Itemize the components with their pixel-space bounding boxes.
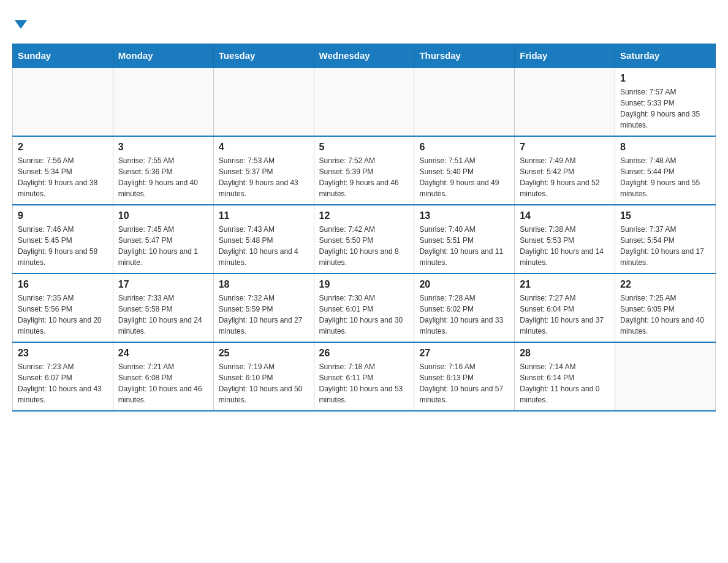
- day-info: Sunrise: 7:48 AM Sunset: 5:44 PM Dayligh…: [620, 155, 710, 199]
- calendar-cell: 5Sunrise: 7:52 AM Sunset: 5:39 PM Daylig…: [314, 136, 414, 205]
- weekday-header-friday: Friday: [515, 44, 615, 68]
- calendar-cell: 12Sunrise: 7:42 AM Sunset: 5:50 PM Dayli…: [314, 205, 414, 274]
- day-number: 19: [319, 279, 409, 290]
- day-info: Sunrise: 7:49 AM Sunset: 5:42 PM Dayligh…: [520, 155, 610, 199]
- calendar-cell: 9Sunrise: 7:46 AM Sunset: 5:45 PM Daylig…: [13, 205, 113, 274]
- day-number: 25: [219, 348, 309, 359]
- day-number: 17: [118, 279, 208, 290]
- calendar-cell: [213, 67, 314, 136]
- calendar-cell: 7Sunrise: 7:49 AM Sunset: 5:42 PM Daylig…: [515, 136, 615, 205]
- calendar-cell: [515, 67, 615, 136]
- calendar-cell: 11Sunrise: 7:43 AM Sunset: 5:48 PM Dayli…: [213, 205, 314, 274]
- calendar-cell: 13Sunrise: 7:40 AM Sunset: 5:51 PM Dayli…: [414, 205, 515, 274]
- day-number: 16: [18, 279, 108, 290]
- calendar-cell: 8Sunrise: 7:48 AM Sunset: 5:44 PM Daylig…: [615, 136, 716, 205]
- calendar-week-row: 9Sunrise: 7:46 AM Sunset: 5:45 PM Daylig…: [13, 205, 716, 274]
- day-number: 20: [419, 279, 509, 290]
- day-info: Sunrise: 7:51 AM Sunset: 5:40 PM Dayligh…: [419, 155, 509, 199]
- calendar-cell: 19Sunrise: 7:30 AM Sunset: 6:01 PM Dayli…: [314, 274, 414, 342]
- day-number: 5: [319, 142, 409, 153]
- day-info: Sunrise: 7:16 AM Sunset: 6:13 PM Dayligh…: [419, 361, 509, 405]
- day-number: 2: [18, 142, 108, 153]
- day-info: Sunrise: 7:43 AM Sunset: 5:48 PM Dayligh…: [219, 224, 309, 268]
- day-number: 15: [620, 210, 710, 221]
- day-info: Sunrise: 7:46 AM Sunset: 5:45 PM Dayligh…: [18, 224, 108, 268]
- day-info: Sunrise: 7:30 AM Sunset: 6:01 PM Dayligh…: [319, 293, 409, 337]
- weekday-header-thursday: Thursday: [414, 44, 515, 68]
- day-info: Sunrise: 7:25 AM Sunset: 6:05 PM Dayligh…: [620, 293, 710, 337]
- logo-top: [12, 12, 27, 31]
- calendar-cell: 21Sunrise: 7:27 AM Sunset: 6:04 PM Dayli…: [515, 274, 615, 342]
- calendar-cell: 10Sunrise: 7:45 AM Sunset: 5:47 PM Dayli…: [113, 205, 213, 274]
- calendar-cell: [314, 67, 414, 136]
- day-info: Sunrise: 7:52 AM Sunset: 5:39 PM Dayligh…: [319, 155, 409, 199]
- calendar-table: SundayMondayTuesdayWednesdayThursdayFrid…: [12, 44, 716, 412]
- calendar-cell: [414, 67, 515, 136]
- day-number: 6: [419, 142, 509, 153]
- calendar-cell: 23Sunrise: 7:23 AM Sunset: 6:07 PM Dayli…: [13, 342, 113, 411]
- logo-triangle-icon: [15, 20, 27, 29]
- calendar-cell: 14Sunrise: 7:38 AM Sunset: 5:53 PM Dayli…: [515, 205, 615, 274]
- day-info: Sunrise: 7:35 AM Sunset: 5:56 PM Dayligh…: [18, 293, 108, 337]
- day-number: 13: [419, 210, 509, 221]
- calendar-week-row: 16Sunrise: 7:35 AM Sunset: 5:56 PM Dayli…: [13, 274, 716, 342]
- day-info: Sunrise: 7:57 AM Sunset: 5:33 PM Dayligh…: [620, 86, 710, 131]
- calendar-cell: 15Sunrise: 7:37 AM Sunset: 5:54 PM Dayli…: [615, 205, 716, 274]
- day-number: 26: [319, 348, 409, 359]
- calendar-week-row: 1Sunrise: 7:57 AM Sunset: 5:33 PM Daylig…: [13, 67, 716, 136]
- calendar-cell: [113, 67, 213, 136]
- day-number: 21: [520, 279, 610, 290]
- calendar-cell: 3Sunrise: 7:55 AM Sunset: 5:36 PM Daylig…: [113, 136, 213, 205]
- day-number: 4: [219, 142, 309, 153]
- calendar-cell: [13, 67, 113, 136]
- calendar-cell: 17Sunrise: 7:33 AM Sunset: 5:58 PM Dayli…: [113, 274, 213, 342]
- logo: [12, 12, 27, 31]
- day-number: 22: [620, 279, 710, 290]
- day-info: Sunrise: 7:37 AM Sunset: 5:54 PM Dayligh…: [620, 224, 710, 268]
- weekday-header-saturday: Saturday: [615, 44, 716, 68]
- day-number: 11: [219, 210, 309, 221]
- calendar-cell: 6Sunrise: 7:51 AM Sunset: 5:40 PM Daylig…: [414, 136, 515, 205]
- day-info: Sunrise: 7:53 AM Sunset: 5:37 PM Dayligh…: [219, 155, 309, 199]
- calendar-cell: 18Sunrise: 7:32 AM Sunset: 5:59 PM Dayli…: [213, 274, 314, 342]
- day-number: 9: [18, 210, 108, 221]
- weekday-header-monday: Monday: [113, 44, 213, 68]
- calendar-cell: 4Sunrise: 7:53 AM Sunset: 5:37 PM Daylig…: [213, 136, 314, 205]
- calendar-cell: 25Sunrise: 7:19 AM Sunset: 6:10 PM Dayli…: [213, 342, 314, 411]
- calendar-cell: 1Sunrise: 7:57 AM Sunset: 5:33 PM Daylig…: [615, 67, 716, 136]
- day-info: Sunrise: 7:42 AM Sunset: 5:50 PM Dayligh…: [319, 224, 409, 268]
- day-info: Sunrise: 7:45 AM Sunset: 5:47 PM Dayligh…: [118, 224, 208, 268]
- day-info: Sunrise: 7:27 AM Sunset: 6:04 PM Dayligh…: [520, 293, 610, 337]
- day-number: 1: [620, 73, 710, 84]
- day-number: 14: [520, 210, 610, 221]
- day-info: Sunrise: 7:19 AM Sunset: 6:10 PM Dayligh…: [219, 361, 309, 405]
- page-header: [12, 12, 716, 31]
- day-number: 24: [118, 348, 208, 359]
- weekday-header-sunday: Sunday: [13, 44, 113, 68]
- calendar-week-row: 2Sunrise: 7:56 AM Sunset: 5:34 PM Daylig…: [13, 136, 716, 205]
- weekday-header-wednesday: Wednesday: [314, 44, 414, 68]
- calendar-cell: 22Sunrise: 7:25 AM Sunset: 6:05 PM Dayli…: [615, 274, 716, 342]
- weekday-header-row: SundayMondayTuesdayWednesdayThursdayFrid…: [13, 44, 716, 68]
- calendar-cell: 26Sunrise: 7:18 AM Sunset: 6:11 PM Dayli…: [314, 342, 414, 411]
- day-number: 3: [118, 142, 208, 153]
- day-info: Sunrise: 7:14 AM Sunset: 6:14 PM Dayligh…: [520, 361, 610, 405]
- day-number: 10: [118, 210, 208, 221]
- day-number: 28: [520, 348, 610, 359]
- calendar-cell: 2Sunrise: 7:56 AM Sunset: 5:34 PM Daylig…: [13, 136, 113, 205]
- calendar-cell: 24Sunrise: 7:21 AM Sunset: 6:08 PM Dayli…: [113, 342, 213, 411]
- day-info: Sunrise: 7:32 AM Sunset: 5:59 PM Dayligh…: [219, 293, 309, 337]
- day-info: Sunrise: 7:40 AM Sunset: 5:51 PM Dayligh…: [419, 224, 509, 268]
- calendar-cell: 27Sunrise: 7:16 AM Sunset: 6:13 PM Dayli…: [414, 342, 515, 411]
- calendar-cell: 16Sunrise: 7:35 AM Sunset: 5:56 PM Dayli…: [13, 274, 113, 342]
- day-info: Sunrise: 7:23 AM Sunset: 6:07 PM Dayligh…: [18, 361, 108, 405]
- weekday-header-tuesday: Tuesday: [213, 44, 314, 68]
- day-info: Sunrise: 7:55 AM Sunset: 5:36 PM Dayligh…: [118, 155, 208, 199]
- day-number: 12: [319, 210, 409, 221]
- calendar-cell: [615, 342, 716, 411]
- day-info: Sunrise: 7:21 AM Sunset: 6:08 PM Dayligh…: [118, 361, 208, 405]
- calendar-cell: 28Sunrise: 7:14 AM Sunset: 6:14 PM Dayli…: [515, 342, 615, 411]
- day-info: Sunrise: 7:33 AM Sunset: 5:58 PM Dayligh…: [118, 293, 208, 337]
- day-info: Sunrise: 7:38 AM Sunset: 5:53 PM Dayligh…: [520, 224, 610, 268]
- day-info: Sunrise: 7:28 AM Sunset: 6:02 PM Dayligh…: [419, 293, 509, 337]
